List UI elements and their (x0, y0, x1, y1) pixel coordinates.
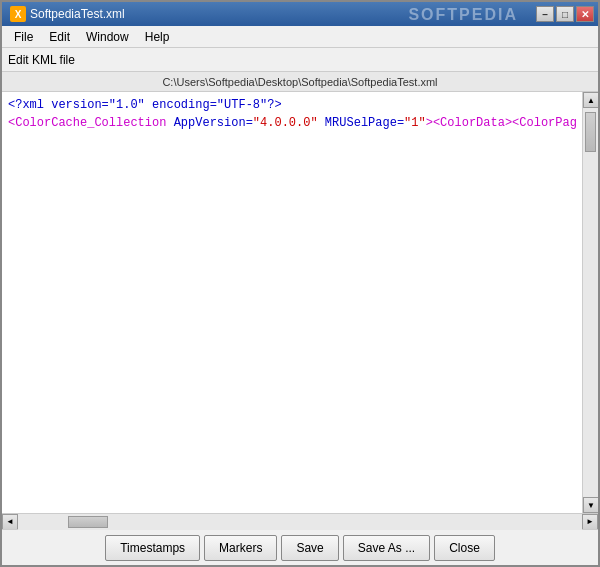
app-icon-label: X (15, 9, 22, 20)
softpedia-watermark: SOFTPEDIA (408, 6, 518, 24)
xml-tag-rest: ><ColorData><ColorPage (426, 116, 576, 130)
scroll-down-arrow[interactable]: ▼ (583, 497, 598, 513)
xml-line-2: <ColorCache_Collection AppVersion="4.0.0… (8, 114, 576, 132)
title-bar: X SoftpediaTest.xml SOFTPEDIA – □ ✕ (2, 2, 598, 26)
filepath-text: C:\Users\Softpedia\Desktop\Softpedia\Sof… (162, 76, 437, 88)
scroll-right-arrow[interactable]: ► (582, 514, 598, 530)
toolbar: Edit KML file (2, 48, 598, 72)
xml-attr-appversion: AppVersion= (174, 116, 253, 130)
xml-attr-mrusel: MRUSelPage= (318, 116, 404, 130)
scroll-track-h[interactable] (18, 514, 582, 530)
window-title: SoftpediaTest.xml (30, 7, 125, 21)
menu-edit[interactable]: Edit (41, 28, 78, 46)
minimize-button[interactable]: – (536, 6, 554, 22)
menu-file[interactable]: File (6, 28, 41, 46)
xml-attr-appversion-val: "4.0.0.0" (253, 116, 318, 130)
filepath-bar: C:\Users\Softpedia\Desktop\Softpedia\Sof… (2, 72, 598, 92)
save-button[interactable]: Save (281, 535, 338, 561)
toolbar-label: Edit KML file (8, 53, 75, 67)
title-bar-controls: – □ ✕ (536, 6, 594, 22)
vertical-scrollbar[interactable]: ▲ ▼ (582, 92, 598, 513)
close-window-button[interactable]: ✕ (576, 6, 594, 22)
editor-content[interactable]: <?xml version="1.0" encoding="UTF-8"?> <… (2, 92, 582, 513)
scroll-thumb-h[interactable] (68, 516, 108, 528)
bottom-bar: Timestamps Markers Save Save As ... Clos… (2, 529, 598, 565)
editor-container: <?xml version="1.0" encoding="UTF-8"?> <… (2, 92, 598, 513)
app-icon: X (10, 6, 26, 22)
menu-window[interactable]: Window (78, 28, 137, 46)
timestamps-button[interactable]: Timestamps (105, 535, 200, 561)
xml-tag-color-cache: <ColorCache_Collection (8, 116, 174, 130)
xml-attr-mrusel-val: "1" (404, 116, 426, 130)
title-bar-left: X SoftpediaTest.xml (10, 6, 125, 22)
xml-decl: <?xml version="1.0" encoding="UTF-8"?> (8, 98, 282, 112)
xml-line-1: <?xml version="1.0" encoding="UTF-8"?> (8, 96, 576, 114)
main-window: X SoftpediaTest.xml SOFTPEDIA – □ ✕ File… (0, 0, 600, 567)
horizontal-scrollbar[interactable]: ◄ ► (2, 513, 598, 529)
scroll-thumb-v[interactable] (585, 112, 596, 152)
menu-bar: File Edit Window Help (2, 26, 598, 48)
close-button[interactable]: Close (434, 535, 495, 561)
scroll-left-arrow[interactable]: ◄ (2, 514, 18, 530)
scroll-up-arrow[interactable]: ▲ (583, 92, 598, 108)
maximize-button[interactable]: □ (556, 6, 574, 22)
menu-help[interactable]: Help (137, 28, 178, 46)
scroll-track-v[interactable] (583, 108, 598, 497)
markers-button[interactable]: Markers (204, 535, 277, 561)
save-as-button[interactable]: Save As ... (343, 535, 430, 561)
